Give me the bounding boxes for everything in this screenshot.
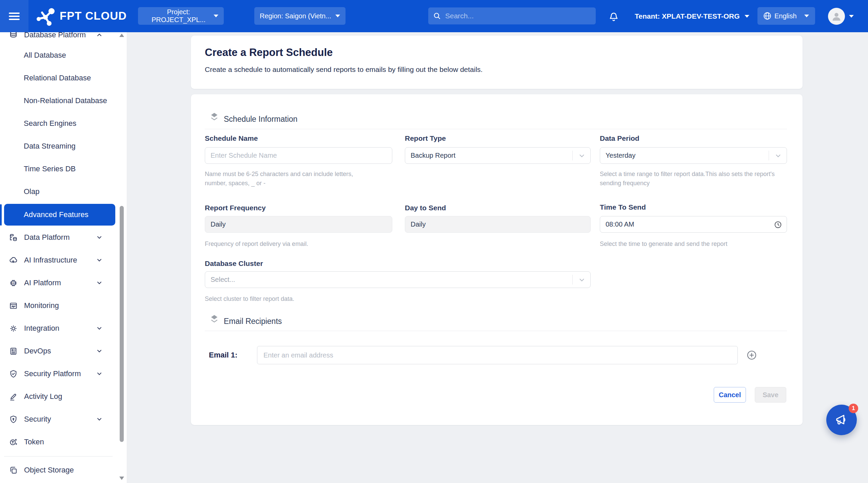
cancel-button[interactable]: Cancel <box>714 387 746 403</box>
sidebar-item-data-streaming[interactable]: Data Streaming <box>0 135 117 157</box>
time-to-send-helper: Select the time to generate and send the… <box>600 239 783 249</box>
object-storage-icon <box>9 466 18 475</box>
report-frequency-input: Daily <box>205 216 392 233</box>
announcements-fab[interactable]: 1 <box>826 405 857 435</box>
sidebar-item-ai-platform[interactable]: AI AI Platform <box>0 272 117 294</box>
sidebar-item-relational-database[interactable]: Relational Database <box>0 67 117 89</box>
data-period-select[interactable]: Yesterday <box>600 147 787 164</box>
report-type-select[interactable]: Backup Report <box>405 147 591 164</box>
sidebar-item-devops[interactable]: DevOps <box>0 340 117 362</box>
monitoring-icon <box>9 301 18 310</box>
sidebar-scroll-down-arrow[interactable] <box>119 477 124 480</box>
sidebar-item-integration[interactable]: Integration <box>0 317 117 339</box>
data-period-label: Data Period <box>600 134 639 142</box>
devops-icon <box>9 347 18 356</box>
time-to-send-label: Time To Send <box>600 203 646 211</box>
day-to-send-input: Daily <box>405 216 591 233</box>
email-1-input[interactable] <box>257 346 738 364</box>
tenant-selector[interactable]: Tenant: XPLAT-DEV-TEST-ORG <box>635 0 749 32</box>
save-button[interactable]: Save <box>755 387 786 403</box>
sidebar-divider <box>4 456 113 457</box>
caret-down-icon <box>849 15 854 18</box>
sidebar-item-activity-log[interactable]: Activity Log <box>0 386 117 407</box>
sidebar-item-search-engines[interactable]: Search Engines <box>0 113 117 134</box>
page-header-card: Create a Report Schedule Create a schedu… <box>191 36 803 89</box>
data-period-helper: Select a time range to filter report dat… <box>600 170 776 188</box>
chevron-down-icon <box>578 276 586 284</box>
language-label: English <box>774 12 797 20</box>
notifications-bell-button[interactable] <box>606 9 621 24</box>
schedule-name-input[interactable] <box>205 147 392 164</box>
sidebar-toggle-button[interactable] <box>0 0 28 32</box>
bell-icon <box>607 10 620 23</box>
user-menu[interactable] <box>828 0 854 32</box>
caret-down-icon <box>335 15 340 17</box>
avatar <box>828 8 845 25</box>
chevron-down-icon <box>578 152 586 159</box>
report-frequency-helper: Frequency of report delivery via email. <box>205 239 381 249</box>
fpt-cloud-logo-icon <box>35 5 57 27</box>
page-title: Create a Report Schedule <box>205 46 333 59</box>
sidebar-item-database-platform[interactable]: Database Platform <box>0 32 117 46</box>
database-icon <box>9 32 18 40</box>
app-root: FPT CLOUD Project: PROJECT_XPL... Region… <box>0 0 868 483</box>
hamburger-icon <box>9 11 20 22</box>
caret-down-icon <box>214 15 218 17</box>
security-icon <box>9 415 18 424</box>
layers-icon <box>209 111 220 122</box>
global-search <box>428 7 596 24</box>
notification-badge: 1 <box>849 404 858 413</box>
chevron-down-icon <box>774 152 782 159</box>
sidebar-item-advanced-features[interactable]: Advanced Features <box>4 204 115 226</box>
region-selector[interactable]: Region: Saigon (Vietn... <box>254 7 346 25</box>
sidebar-item-non-relational-database[interactable]: Non-Relational Database <box>0 90 117 112</box>
svg-text:AI: AI <box>12 281 15 284</box>
schedule-name-label: Schedule Name <box>205 134 258 142</box>
chevron-down-icon <box>96 370 103 377</box>
data-period-value: Yesterday <box>606 152 635 159</box>
caret-down-icon <box>804 15 809 17</box>
chevron-down-icon <box>96 325 103 332</box>
sidebar-item-object-storage[interactable]: Object Storage <box>0 459 117 481</box>
chevron-down-icon <box>96 279 103 286</box>
sidebar-item-security[interactable]: Security <box>0 408 117 430</box>
sidebar-item-data-platform[interactable]: Data Platform <box>0 227 117 248</box>
tenant-label: Tenant: XPLAT-DEV-TEST-ORG <box>635 12 740 20</box>
security-platform-icon <box>9 369 18 379</box>
language-selector[interactable]: English <box>757 7 815 25</box>
sidebar-item-monitoring[interactable]: Monitoring <box>0 295 117 316</box>
active-item-indicator <box>0 204 2 226</box>
day-to-send-label: Day to Send <box>405 204 446 212</box>
ai-platform-icon: AI <box>9 278 18 288</box>
megaphone-icon <box>834 412 849 428</box>
sidebar-item-token[interactable]: Token <box>0 431 117 453</box>
section-divider <box>205 331 787 331</box>
search-icon <box>433 12 441 20</box>
sidebar-scrollbar-thumb[interactable] <box>120 206 124 442</box>
page-subtitle: Create a schedule to automatically send … <box>205 65 482 74</box>
sidebar-item-all-database[interactable]: All Database <box>0 44 117 66</box>
ai-infrastructure-icon <box>9 256 18 265</box>
report-schedule-form-card: Schedule Information Schedule Name Name … <box>191 94 803 425</box>
add-email-button[interactable] <box>746 350 757 361</box>
project-selector-label: Project: PROJECT_XPL... <box>143 8 214 24</box>
chevron-down-icon <box>96 416 103 423</box>
sidebar-item-security-platform[interactable]: Security Platform <box>0 363 117 385</box>
database-cluster-select[interactable]: Select... <box>205 271 591 288</box>
project-selector[interactable]: Project: PROJECT_XPL... <box>138 7 224 25</box>
report-type-label: Report Type <box>405 134 446 142</box>
sidebar-item-ai-infrastructure[interactable]: AI Infrastructure <box>0 249 117 271</box>
sidebar-item-olap[interactable]: Olap <box>0 181 117 202</box>
database-cluster-placeholder: Select... <box>211 276 235 284</box>
plus-circle-icon <box>746 350 757 361</box>
brand-logo[interactable]: FPT CLOUD <box>35 4 127 28</box>
email-1-label: Email 1: <box>209 351 237 360</box>
region-selector-label: Region: Saigon (Vietn... <box>260 12 331 20</box>
database-cluster-label: Database Cluster <box>205 259 263 268</box>
database-cluster-helper: Select cluster to filter report data. <box>205 294 408 304</box>
sidebar-item-time-series-db[interactable]: Time Series DB <box>0 158 117 180</box>
chevron-down-icon <box>96 348 103 354</box>
search-input[interactable] <box>445 12 591 20</box>
time-to-send-input[interactable] <box>600 216 787 233</box>
sidebar-scroll-up-arrow[interactable] <box>119 34 124 37</box>
